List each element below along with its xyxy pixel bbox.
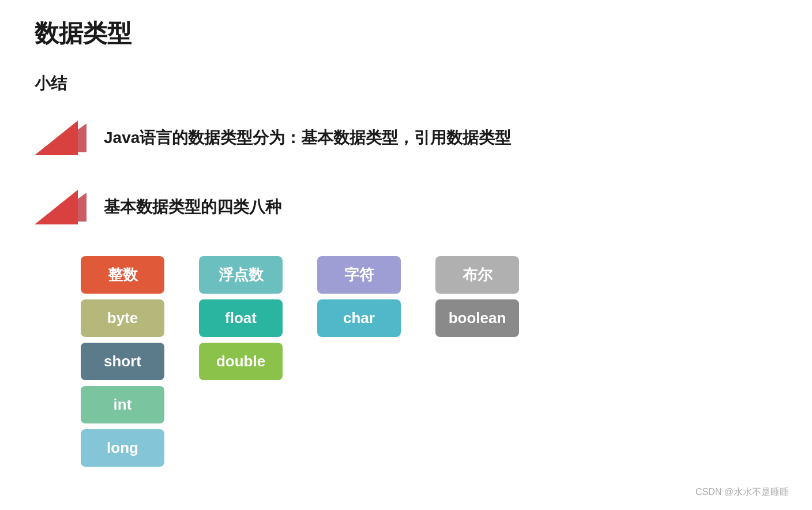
card-double: double [199, 343, 283, 380]
section-label: 小结 [35, 73, 777, 95]
column-char: 字符 char [317, 256, 401, 337]
svg-marker-3 [35, 190, 78, 224]
card-long: long [81, 429, 164, 467]
card-short: short [81, 343, 164, 380]
bullet-1-text: Java语言的数据类型分为：基本数据类型，引用数据类型 [104, 127, 511, 149]
triangle-icon-2 [35, 187, 87, 227]
column-float: 浮点数 float double [199, 256, 283, 380]
card-int: int [81, 386, 164, 423]
watermark: CSDN @水水不是睡睡 [696, 486, 789, 498]
card-char: char [317, 299, 401, 337]
page-title: 数据类型 [35, 17, 777, 50]
card-整数: 整数 [81, 256, 164, 294]
card-布尔: 布尔 [435, 256, 519, 294]
card-浮点数: 浮点数 [199, 256, 283, 294]
card-字符: 字符 [317, 256, 401, 294]
page-container: 数据类型 小结 Java语言的数据类型分为：基本数据类型，引用数据类型 基本数据… [0, 0, 812, 484]
card-boolean: boolean [435, 299, 519, 337]
column-boolean: 布尔 boolean [435, 256, 519, 337]
svg-marker-1 [35, 121, 78, 155]
card-float: float [199, 299, 283, 337]
types-grid: 整数 byte short int long 浮点数 float double … [81, 256, 777, 467]
triangle-icon-1 [35, 118, 87, 158]
bullet-row-1: Java语言的数据类型分为：基本数据类型，引用数据类型 [35, 118, 777, 158]
column-integer: 整数 byte short int long [81, 256, 164, 467]
bullet-2-text: 基本数据类型的四类八种 [104, 196, 281, 218]
bullet-row-2: 基本数据类型的四类八种 [35, 187, 777, 227]
card-byte: byte [81, 299, 164, 337]
